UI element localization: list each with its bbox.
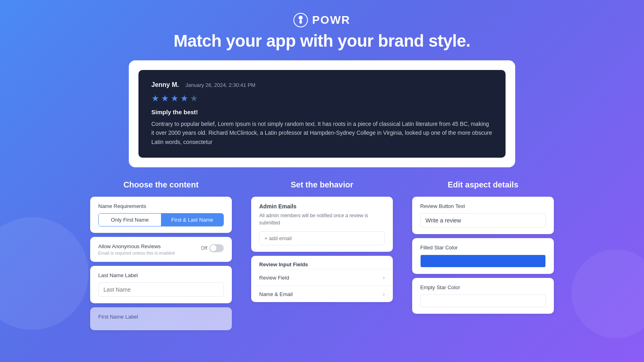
- review-date: January 26, 2024, 2:30:41 PM: [185, 82, 255, 88]
- last-name-input[interactable]: [98, 282, 224, 297]
- first-last-name-button[interactable]: First & Last Name: [161, 214, 223, 226]
- anonymous-toggle[interactable]: Off: [201, 244, 224, 252]
- empty-star-color-label: Empty Star Color: [420, 284, 546, 290]
- admin-emails-card: Admin Emails All admin members will be n…: [251, 197, 393, 252]
- aspect-column: Edit aspect details Review Button Text F…: [402, 180, 564, 334]
- preview-wrapper: Jenny M. January 26, 2024, 2:30:41 PM ★ …: [129, 60, 515, 167]
- review-field-label: Review Field: [259, 275, 289, 281]
- content-column: Choose the content Name Requirements Onl…: [80, 180, 242, 334]
- aspect-column-title: Edit aspect details: [412, 180, 554, 189]
- first-name-label-card: First Name Label: [90, 307, 232, 330]
- allow-anonymous-row: Allow Anonymous Reviews Email is require…: [98, 243, 224, 255]
- logo-text: POWR: [312, 14, 350, 27]
- review-button-text-label: Review Button Text: [420, 203, 546, 209]
- star-4: ★: [180, 93, 188, 104]
- behavior-column: Set the behavior Admin Emails All admin …: [242, 180, 402, 334]
- name-email-chevron: ›: [383, 291, 385, 297]
- star-5: ★: [190, 93, 198, 104]
- tagline: Match your app with your brand style.: [0, 31, 644, 51]
- review-input-fields-card: Review Input Fields Review Field › Name …: [251, 256, 393, 302]
- powr-logo-icon: [293, 13, 308, 27]
- svg-point-1: [299, 16, 303, 20]
- only-first-name-button[interactable]: Only First Name: [99, 214, 161, 226]
- behavior-column-title: Set the behavior: [251, 180, 393, 189]
- review-input-fields-title: Review Input Fields: [251, 256, 393, 267]
- filled-star-color-label: Filled Star Color: [420, 245, 546, 251]
- name-toggle-group: Only First Name First & Last Name: [98, 213, 224, 226]
- allow-anonymous-label: Allow Anonymous Reviews: [98, 243, 175, 249]
- review-field-chevron: ›: [383, 274, 385, 281]
- last-name-label-card: Last Name Label: [90, 266, 232, 303]
- star-3: ★: [171, 93, 179, 104]
- star-1: ★: [151, 93, 159, 104]
- review-button-text-input[interactable]: [420, 213, 546, 228]
- filled-star-color-swatch[interactable]: [420, 255, 546, 267]
- admin-emails-title: Admin Emails: [259, 203, 385, 210]
- review-body: Contrary to popular belief, Lorem Ipsum …: [151, 119, 493, 146]
- add-email-input[interactable]: [259, 231, 385, 245]
- filled-star-color-card: Filled Star Color: [412, 238, 554, 274]
- first-name-label: First Name Label: [98, 314, 224, 320]
- reviewer-name: Jenny M.: [151, 81, 179, 88]
- switch-track[interactable]: [209, 244, 224, 252]
- allow-anonymous-info: Allow Anonymous Reviews Email is require…: [98, 243, 175, 255]
- content-column-title: Choose the content: [90, 180, 232, 189]
- allow-anonymous-sublabel: Email is required unless this is enabled: [98, 251, 175, 255]
- empty-star-color-card: Empty Star Color: [412, 278, 554, 314]
- last-name-label: Last Name Label: [98, 272, 224, 278]
- name-email-label: Name & Email: [259, 291, 293, 297]
- allow-anonymous-card: Allow Anonymous Reviews Email is require…: [90, 237, 232, 262]
- svg-rect-2: [299, 20, 302, 24]
- star-2: ★: [161, 93, 169, 104]
- header: POWR Match your app with your brand styl…: [0, 0, 644, 60]
- toggle-off-label: Off: [201, 245, 207, 251]
- name-requirements-label: Name Requirements: [98, 203, 224, 209]
- switch-knob: [210, 245, 217, 251]
- review-header: Jenny M. January 26, 2024, 2:30:41 PM: [151, 81, 493, 88]
- empty-star-color-swatch[interactable]: [420, 294, 546, 307]
- review-card: Jenny M. January 26, 2024, 2:30:41 PM ★ …: [138, 70, 506, 158]
- name-email-row[interactable]: Name & Email ›: [251, 286, 393, 302]
- admin-emails-desc: All admin members will be notified once …: [259, 212, 385, 226]
- review-field-row[interactable]: Review Field ›: [251, 269, 393, 286]
- bottom-section: Choose the content Name Requirements Onl…: [0, 167, 644, 334]
- review-title: Simply the best!: [151, 109, 493, 115]
- name-requirements-card: Name Requirements Only First Name First …: [90, 197, 232, 233]
- star-rating: ★ ★ ★ ★ ★: [151, 93, 493, 104]
- logo-area: POWR: [0, 13, 644, 27]
- review-button-text-card: Review Button Text: [412, 197, 554, 234]
